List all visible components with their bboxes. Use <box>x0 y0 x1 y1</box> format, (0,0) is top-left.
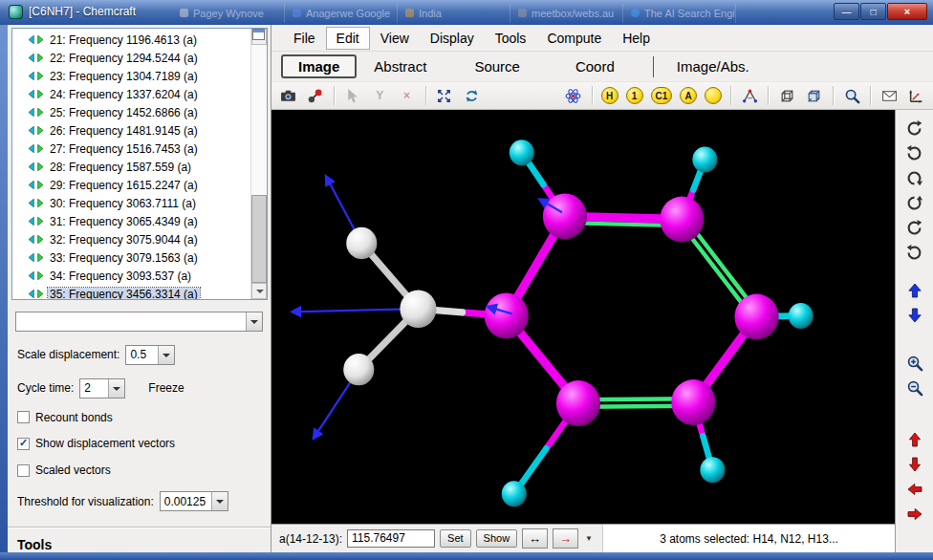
rotate-z-ccw-button[interactable] <box>902 241 927 264</box>
show-labels-button[interactable]: C1 <box>651 87 672 104</box>
show-numbers-button[interactable]: 1 <box>626 87 643 104</box>
rotate-x-ccw-button[interactable] <box>902 141 927 164</box>
chevron-down-icon[interactable] <box>108 379 124 398</box>
menu-tools[interactable]: Tools <box>485 27 537 50</box>
frequency-item[interactable]: 34: Frequency 3093.537 (a) <box>14 267 250 285</box>
chevron-down-icon[interactable] <box>158 346 174 364</box>
move-backward-button[interactable] <box>902 304 927 327</box>
measure-button[interactable] <box>737 84 762 108</box>
chemcraft-window: [C6NH7] - Chemcraft Pagey Wynove Anagerw… <box>0 0 933 560</box>
menu-edit[interactable]: Edit <box>326 27 370 50</box>
tab-image-abs[interactable]: Image/Abs. <box>665 55 761 77</box>
frequency-item[interactable]: 28: Frequency 1587.559 (a) <box>14 158 250 176</box>
atom-style-button[interactable] <box>560 84 585 108</box>
preset-combobox[interactable] <box>15 312 263 332</box>
rotate-z-cw-button[interactable] <box>902 216 927 239</box>
rotate-y-ccw-button[interactable] <box>902 191 927 214</box>
show-displacement-vectors-checkbox[interactable]: ✓ <box>17 438 30 450</box>
favicon <box>631 9 640 17</box>
frequency-item[interactable]: 22: Frequency 1294.5244 (a) <box>14 49 250 67</box>
show-symbols-button[interactable]: A <box>680 87 697 104</box>
screenshot-button[interactable] <box>275 84 300 108</box>
render-mode-button[interactable] <box>302 84 327 108</box>
apply-arrow-button[interactable]: → <box>553 528 578 549</box>
x-tool-button-disabled: × <box>394 84 419 108</box>
minimize-button[interactable]: — <box>834 3 859 20</box>
frequency-item[interactable]: 29: Frequency 1615.2247 (a) <box>14 176 250 194</box>
chevron-down-icon[interactable] <box>246 312 262 331</box>
panel-detach-icon[interactable] <box>252 29 265 40</box>
selection-status: 3 atoms selected: H14, N12, H13... <box>660 532 838 546</box>
frequency-item-selected[interactable]: 35: Frequency 3456.3314 (a) <box>14 285 250 299</box>
show-button[interactable]: Show <box>476 529 518 548</box>
frequency-item[interactable]: 32: Frequency 3075.9044 (a) <box>14 230 250 248</box>
window-left-border <box>0 25 8 552</box>
toolbar-divider <box>334 86 335 105</box>
set-button[interactable]: Set <box>440 529 471 548</box>
frequency-item[interactable]: 26: Frequency 1481.9145 (a) <box>14 121 250 140</box>
show-spheres-button[interactable] <box>705 87 722 104</box>
menu-compute[interactable]: Compute <box>536 27 612 50</box>
chevron-down-icon[interactable]: ▼ <box>583 534 595 543</box>
reset-view-button[interactable] <box>459 84 484 108</box>
rotate-x-cw-button[interactable] <box>902 117 927 140</box>
show-hydrogens-button[interactable]: H <box>601 87 618 104</box>
chevron-down-icon[interactable] <box>211 492 228 510</box>
tab-source[interactable]: Source <box>463 55 532 77</box>
menubar: File Edit View Display Tools Compute Hel… <box>271 25 933 52</box>
frequency-scrollbar[interactable] <box>250 29 267 299</box>
wireframe-box-button[interactable] <box>774 84 799 108</box>
frequency-item[interactable]: 24: Frequency 1337.6204 (a) <box>14 85 250 103</box>
window-bottom-border <box>0 552 933 560</box>
tab-abstract[interactable]: Abstract <box>362 55 438 77</box>
view-manipulation-toolbar <box>895 110 933 552</box>
zoom-out-button[interactable] <box>902 377 927 399</box>
vibration-mode-icon <box>29 235 43 244</box>
menu-display[interactable]: Display <box>420 27 485 50</box>
menu-help[interactable]: Help <box>612 27 661 50</box>
titlebar: [C6NH7] - Chemcraft Pagey Wynove Anagerw… <box>0 0 933 25</box>
menu-view[interactable]: View <box>370 27 420 50</box>
translate-down-button[interactable] <box>902 453 927 476</box>
scaled-vectors-checkbox[interactable] <box>17 464 30 477</box>
close-button[interactable]: × <box>887 3 927 20</box>
zoom-in-button[interactable] <box>902 352 927 375</box>
maximize-button[interactable]: □ <box>860 3 886 20</box>
frequency-item[interactable]: 25: Frequency 1452.6866 (a) <box>14 103 250 121</box>
translate-left-button[interactable] <box>902 478 927 501</box>
frequency-item[interactable]: 21: Frequency 1196.4613 (a) <box>14 31 250 49</box>
fit-view-button[interactable] <box>432 84 457 108</box>
solid-box-button[interactable] <box>802 84 827 108</box>
recount-bonds-label: Recount bonds <box>35 411 113 424</box>
zoom-tool-button[interactable] <box>839 84 864 108</box>
frequency-item[interactable]: 30: Frequency 3063.7111 (a) <box>14 194 250 212</box>
tab-image[interactable]: Image <box>281 54 357 78</box>
freeze-button[interactable]: Freeze <box>148 381 184 395</box>
tab-coord[interactable]: Coord <box>564 55 626 77</box>
frequency-item[interactable]: 27: Frequency 1516.7453 (a) <box>14 140 250 158</box>
translate-right-button[interactable] <box>902 503 927 526</box>
export-image-button[interactable] <box>877 84 901 108</box>
vibration-mode-icon <box>29 162 43 171</box>
scroll-thumb[interactable] <box>251 195 267 283</box>
coordinate-axes-button[interactable] <box>904 84 929 108</box>
frequency-item[interactable]: 31: Frequency 3065.4349 (a) <box>14 212 250 230</box>
scroll-down-icon[interactable] <box>251 283 267 299</box>
vibration-mode-icon <box>29 54 43 62</box>
translate-up-button[interactable] <box>902 428 927 451</box>
frequency-item[interactable]: 33: Frequency 3079.1563 (a) <box>14 248 250 267</box>
swap-atoms-button[interactable]: ↔ <box>522 528 548 549</box>
scale-displacement-combo[interactable]: 0.5 <box>125 345 175 365</box>
threshold-combo[interactable]: 0.00125 <box>160 491 228 511</box>
frequencies-panel: 21: Frequency 1196.4613 (a) 22: Frequenc… <box>8 25 271 552</box>
menu-file[interactable]: File <box>283 27 326 50</box>
frequency-item[interactable]: 23: Frequency 1304.7189 (a) <box>14 67 250 85</box>
move-forward-button[interactable] <box>902 279 927 302</box>
molecule-viewport[interactable] <box>271 110 895 524</box>
rotate-y-cw-button[interactable] <box>902 166 927 189</box>
recount-bonds-checkbox[interactable] <box>17 411 30 423</box>
window-title: [C6NH7] - Chemcraft <box>29 5 136 18</box>
angle-value-input[interactable]: 115.76497 <box>347 529 435 548</box>
scroll-track[interactable] <box>251 45 267 283</box>
cycle-time-combo[interactable]: 2 <box>79 378 125 398</box>
